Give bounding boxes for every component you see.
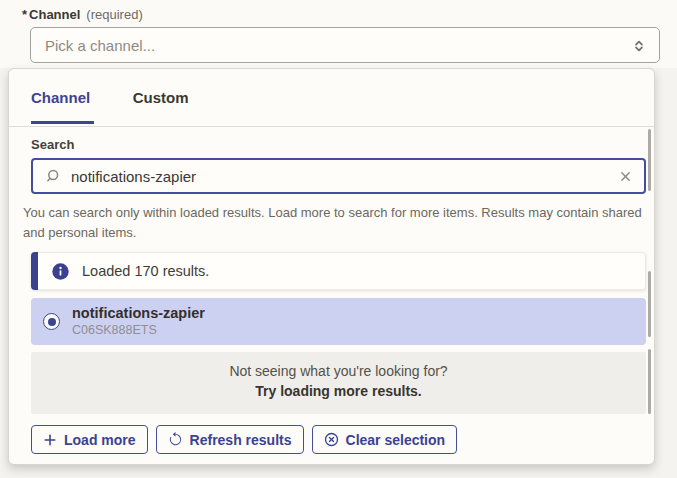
clear-selection-label: Clear selection	[346, 432, 446, 448]
tab-bar: Channel Custom	[9, 69, 654, 127]
channel-option-selected[interactable]: notifications-zapier C06SK888ETS	[31, 298, 646, 345]
option-meta: notifications-zapier C06SK888ETS	[72, 305, 205, 338]
required-asterisk: *	[22, 7, 27, 22]
scrollbar-thumb[interactable]	[648, 349, 651, 414]
x-circle-icon	[324, 432, 339, 447]
refresh-results-button[interactable]: Refresh results	[156, 425, 304, 454]
tab-channel-label: Channel	[31, 89, 90, 106]
hint-try-loading[interactable]: Try loading more results.	[31, 383, 646, 399]
refresh-icon	[168, 432, 183, 447]
channel-field-label: *Channel(required)	[22, 7, 143, 22]
info-icon	[52, 263, 69, 280]
tab-custom-label: Custom	[133, 89, 189, 106]
channel-select[interactable]	[30, 27, 660, 63]
scrollbar-thumb[interactable]	[648, 271, 651, 337]
field-label-text: Channel	[29, 7, 80, 22]
required-note: (required)	[86, 7, 142, 22]
chevron-up-down-icon	[631, 38, 647, 54]
plus-icon	[43, 433, 57, 447]
clear-search-icon[interactable]	[618, 169, 633, 184]
clear-selection-button[interactable]: Clear selection	[312, 425, 458, 454]
alert-message: Loaded 170 results.	[82, 263, 209, 279]
tab-channel[interactable]: Channel	[31, 69, 94, 123]
channel-select-input[interactable]	[31, 28, 659, 62]
load-more-label: Load more	[64, 432, 136, 448]
search-box	[31, 158, 646, 194]
load-more-hint: Not seeing what you're looking for? Try …	[31, 352, 646, 414]
search-input[interactable]	[33, 160, 644, 192]
option-title: notifications-zapier	[72, 305, 205, 322]
alert-accent-bar	[31, 252, 38, 290]
dropdown-content: Search You can search only within loa	[9, 137, 654, 454]
option-id: C06SK888ETS	[72, 323, 205, 338]
radio-selected-icon[interactable]	[43, 313, 60, 330]
search-helper-text: You can search only within loaded result…	[23, 203, 645, 242]
channel-picker-screen: *Channel(required) Channel Custom Search	[0, 0, 677, 478]
scrollbar-thumb[interactable]	[648, 129, 651, 191]
tab-custom[interactable]: Custom	[133, 69, 193, 123]
load-more-button[interactable]: Load more	[31, 425, 148, 454]
channel-dropdown-panel: Channel Custom Search	[8, 68, 655, 465]
refresh-results-label: Refresh results	[190, 432, 292, 448]
loaded-results-alert: Loaded 170 results.	[31, 252, 646, 290]
channel-field: *Channel(required)	[0, 0, 677, 68]
hint-question: Not seeing what you're looking for?	[31, 363, 646, 379]
action-bar: Load more Refresh results	[31, 425, 632, 454]
search-label: Search	[31, 137, 632, 152]
